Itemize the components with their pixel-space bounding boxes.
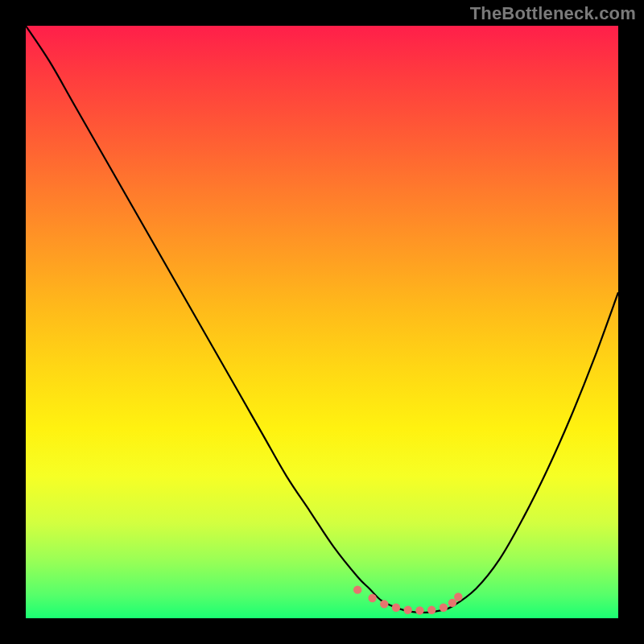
data-point-dot bbox=[415, 606, 423, 614]
data-point-dot bbox=[368, 594, 376, 602]
watermark-label: TheBottleneck.com bbox=[470, 3, 636, 24]
data-point-dot bbox=[404, 606, 412, 614]
data-point-dot bbox=[392, 604, 400, 612]
curve-line bbox=[26, 26, 618, 613]
data-point-dot bbox=[380, 600, 388, 608]
plot-area bbox=[26, 26, 618, 618]
data-point-dot bbox=[353, 585, 361, 593]
data-point-dot bbox=[448, 599, 456, 607]
chart-container: TheBottleneck.com bbox=[0, 0, 644, 644]
data-point-dot bbox=[427, 606, 436, 614]
data-point-dot bbox=[454, 592, 462, 601]
data-point-dot bbox=[440, 604, 448, 612]
chart-svg bbox=[26, 26, 618, 618]
